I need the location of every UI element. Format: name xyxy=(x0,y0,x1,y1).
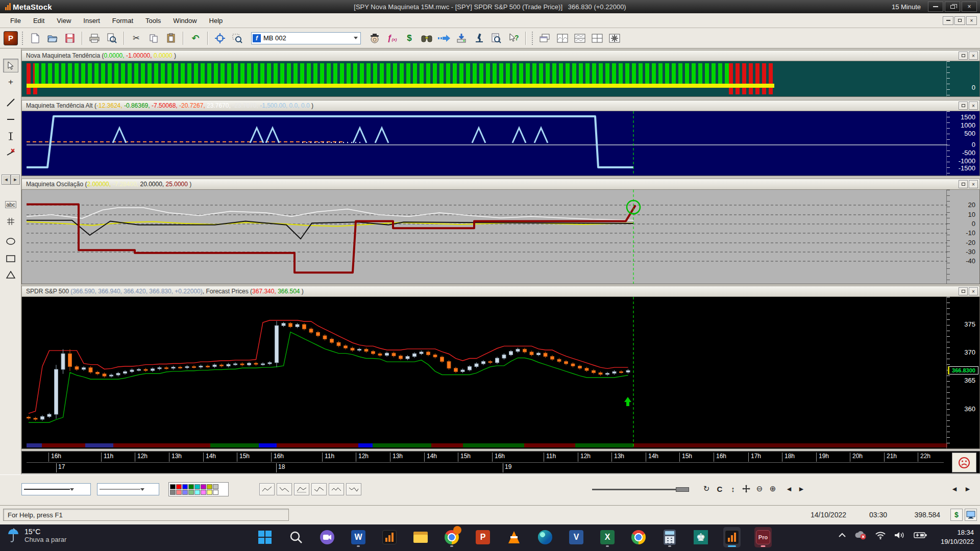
system-tester-button[interactable] xyxy=(471,31,486,45)
taskbar-search-button[interactable] xyxy=(287,527,305,547)
panel-header-maquineta-oscilacao[interactable]: Maquineta Oscilação (2.00000, -7.28400, … xyxy=(21,179,980,190)
trendline-tool-button[interactable] xyxy=(3,95,18,109)
color-swatch[interactable] xyxy=(194,490,200,495)
time-axis[interactable]: 16h11h12h13h14h15h16h11h12h13h14h15h16h1… xyxy=(21,451,980,473)
dollar-status-button[interactable]: $ xyxy=(950,509,963,521)
taskbar-metastock-shortcut-button[interactable] xyxy=(381,527,398,547)
chart-style-button-4[interactable] xyxy=(311,483,327,495)
color-swatch[interactable] xyxy=(188,484,194,489)
tray-chevron-up-icon[interactable] xyxy=(838,533,846,538)
vertical-line-tool-button[interactable] xyxy=(3,129,18,143)
taskbar-powerpoint-button[interactable]: P xyxy=(474,527,492,547)
child-close-button[interactable]: × xyxy=(966,16,977,25)
wifi-icon[interactable] xyxy=(875,531,886,539)
start-button[interactable] xyxy=(256,527,274,547)
menu-tools[interactable]: Tools xyxy=(139,15,167,27)
report-button[interactable] xyxy=(488,31,504,45)
taskbar-metastock-button[interactable] xyxy=(723,527,741,547)
text-tool-button[interactable]: abc xyxy=(3,197,18,211)
page-right-button[interactable]: ▶ xyxy=(795,483,807,495)
panel-close-button[interactable]: × xyxy=(969,102,978,110)
color-swatch[interactable] xyxy=(176,490,182,495)
color-swatch[interactable] xyxy=(176,484,182,489)
indicator-quicklist-combo[interactable]: f MB 002 xyxy=(251,32,361,44)
zoom-select-button[interactable] xyxy=(230,31,245,45)
scroll-end-right-button[interactable]: ▶ xyxy=(962,483,974,495)
crosshair-tool-button[interactable]: + xyxy=(3,75,18,89)
volume-icon[interactable] xyxy=(894,531,905,539)
scroll-left-button[interactable]: ◄ xyxy=(2,174,11,185)
line-style-combo[interactable] xyxy=(21,483,91,495)
new-chart-button[interactable] xyxy=(28,31,43,45)
taskbar-clock[interactable]: 18:34 19/10/2022 xyxy=(941,528,974,546)
color-swatch[interactable] xyxy=(170,484,176,489)
cascade-windows-button[interactable] xyxy=(537,31,553,45)
color-swatch[interactable] xyxy=(194,484,200,489)
color-swatch[interactable] xyxy=(207,490,212,495)
scroll-end-left-button[interactable]: ◀ xyxy=(948,483,961,495)
zoom-in-button[interactable]: ⊕ xyxy=(767,483,779,495)
chart-style-button-6[interactable] xyxy=(346,483,361,495)
child-minimize-button[interactable] xyxy=(943,16,953,25)
color-swatch[interactable] xyxy=(213,484,218,489)
panel-restore-button[interactable] xyxy=(959,52,968,60)
taskbar-pro-button[interactable]: Pro xyxy=(754,527,772,547)
chart-style-button-1[interactable] xyxy=(259,483,275,495)
refresh-button[interactable]: ↻ xyxy=(700,483,713,495)
minimize-button[interactable] xyxy=(928,2,943,12)
color-swatch[interactable] xyxy=(207,484,212,489)
explorer-button[interactable] xyxy=(419,31,434,45)
panel-nova-maquineta-tendencia[interactable]: 0 xyxy=(21,61,980,97)
zoom-out-button[interactable]: ⊖ xyxy=(753,483,766,495)
panel-restore-button[interactable] xyxy=(959,180,968,188)
restore-button[interactable] xyxy=(945,2,960,12)
taskbar-edge-button[interactable] xyxy=(536,527,554,547)
pointer-tool-button[interactable] xyxy=(3,59,18,72)
grid-tool-button[interactable] xyxy=(3,214,18,228)
close-button[interactable]: × xyxy=(962,2,977,12)
horizontal-line-tool-button[interactable] xyxy=(3,112,18,126)
panel-maquineta-oscilacao[interactable]: 20100-10-20-30-40 xyxy=(21,190,980,284)
monitor-status-button[interactable] xyxy=(965,509,977,521)
expert-advisor-button[interactable] xyxy=(367,31,382,45)
copy-button[interactable] xyxy=(146,31,161,45)
crosshair-button[interactable] xyxy=(212,31,228,45)
dollar-tool-button[interactable]: $ xyxy=(402,31,417,45)
taskbar-chess-button[interactable]: ♚ xyxy=(692,527,709,547)
taskbar-word-button[interactable]: W xyxy=(350,527,367,547)
menu-file[interactable]: File xyxy=(4,15,27,27)
onedrive-error-icon[interactable] xyxy=(854,531,867,540)
color-swatch[interactable] xyxy=(182,490,188,495)
chart-style-button-3[interactable] xyxy=(294,483,309,495)
color-swatch[interactable] xyxy=(188,490,194,495)
taskbar-visio-button[interactable]: V xyxy=(568,527,585,547)
indicator-builder-button[interactable]: ƒ(x) xyxy=(384,31,400,45)
panel-maquineta-tendencia-alt[interactable]: 150010005000-500-1000-1500 xyxy=(21,111,980,176)
zoom-slider-handle[interactable] xyxy=(676,487,689,492)
child-restore-button[interactable] xyxy=(954,16,965,25)
panel-spdr-sp500-price[interactable]: 366.8300 375370365360 xyxy=(21,297,980,449)
weather-widget[interactable]: 15°C Chuva a parar xyxy=(7,528,66,543)
power-console-button[interactable]: P xyxy=(3,31,18,45)
tile-vertical-button[interactable] xyxy=(555,31,570,45)
zoom-slider[interactable] xyxy=(592,489,689,490)
color-palette-picker[interactable] xyxy=(168,482,229,496)
color-swatch[interactable] xyxy=(182,484,188,489)
panel-restore-button[interactable] xyxy=(959,287,968,295)
cut-button[interactable]: ✂ xyxy=(129,31,144,45)
delete-tool-button[interactable] xyxy=(3,145,18,159)
taskbar-calculator-button[interactable] xyxy=(661,527,678,547)
collapse-button[interactable]: C xyxy=(714,483,726,495)
rectangle-tool-button[interactable] xyxy=(3,252,18,265)
color-swatch[interactable] xyxy=(201,484,206,489)
open-button[interactable] xyxy=(45,31,60,45)
chart-style-button-2[interactable] xyxy=(277,483,292,495)
alert-box[interactable] xyxy=(952,453,976,472)
taskbar-excel-button[interactable]: X xyxy=(599,527,616,547)
pan-button[interactable] xyxy=(740,483,752,495)
vertical-fit-button[interactable]: ↕ xyxy=(727,483,739,495)
color-swatch[interactable] xyxy=(213,490,218,495)
tile-horizontal-button[interactable] xyxy=(572,31,587,45)
taskbar-vlc-button[interactable] xyxy=(505,527,523,547)
line-weight-combo[interactable] xyxy=(97,483,159,495)
